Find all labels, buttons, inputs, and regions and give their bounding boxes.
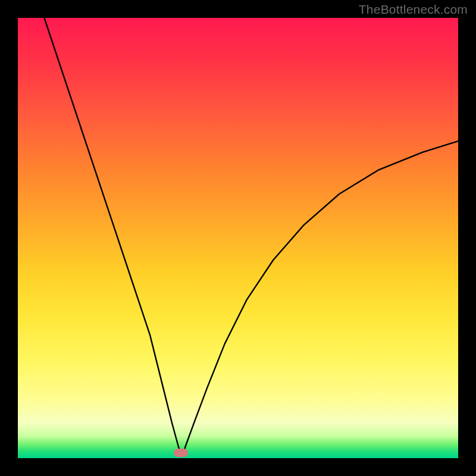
- bottleneck-curve: [18, 18, 458, 458]
- optimum-marker: [174, 449, 188, 457]
- watermark-text: TheBottleneck.com: [359, 2, 468, 17]
- plot-area: [18, 18, 458, 458]
- chart-frame: TheBottleneck.com: [0, 0, 476, 476]
